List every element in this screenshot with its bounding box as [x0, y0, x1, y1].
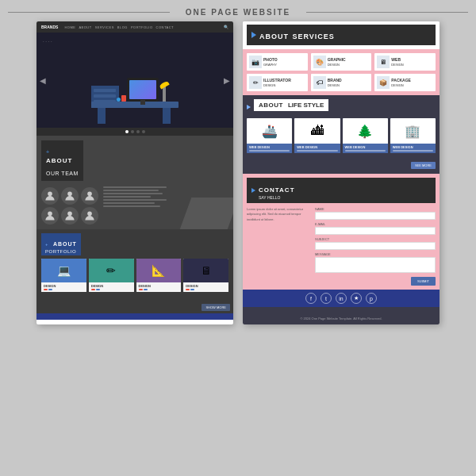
right-footer-text-bar: © 2024 One Page Website Template. All Ri… [243, 307, 440, 324]
page-title-bar: ONE PAGE WEBSITE [0, 0, 476, 21]
subject-input[interactable] [315, 242, 436, 250]
email-input[interactable] [315, 227, 436, 235]
portfolio-title-1: ABOUT [53, 241, 77, 247]
nav-blog[interactable]: BLOG [117, 25, 128, 29]
graphic-design-text: GRAPHICDESIGN [328, 57, 346, 67]
nav-contact[interactable]: CONTACT [156, 25, 175, 29]
card-bottom-3: DESIGN [136, 282, 182, 292]
nav-about[interactable]: ABOUT [79, 25, 91, 29]
card-dots-4 [186, 289, 226, 290]
subject-label: SUBJECT [315, 237, 436, 241]
services-grid: 📷 PHOTOGRAPHY 🎨 GRAPHICDESIGN 🖥 WEBDESIG… [243, 49, 440, 95]
wd-label-3: WEB DESIGN [345, 145, 386, 149]
nav-logo: BRANDS [41, 25, 58, 29]
team-member-6 [81, 207, 98, 225]
brand-icon: 🏷 [313, 76, 326, 89]
wd-card-top-3: 🌲 [343, 118, 388, 144]
wd-card-top-4: 🏢 [390, 118, 436, 144]
lifestyle-header: ABOUT LIFE STYLE [247, 99, 436, 115]
services-title-block: ABOUT SERVICES [259, 28, 335, 42]
wd-card-bottom-3: WEB DESIGN [343, 144, 388, 153]
wd-card-1: 🚢 WEB DESIGN [247, 118, 292, 153]
footer-facebook-icon[interactable]: f [305, 293, 317, 304]
show-more-button[interactable]: SHOW MORE [202, 304, 230, 311]
desk-item-2 [117, 98, 121, 102]
card-dot-3a [139, 289, 143, 290]
team-member-2 [61, 187, 79, 205]
wd-sub-4 [393, 150, 433, 152]
wd-sub-1 [249, 150, 290, 152]
nav-home[interactable]: HOME [64, 25, 75, 29]
message-label: MESSAGE [315, 252, 436, 256]
wd-card-bottom-2: WEB DESIGN [294, 144, 340, 153]
footer-pinterest-icon[interactable]: p [366, 293, 377, 304]
portfolio-card-3: 📐 DESIGN [136, 259, 182, 292]
portfolio-section: + ABOUT PORTFOLIO 💻 DESIGN ✏ [36, 229, 233, 296]
footer-linkedin-icon[interactable]: in [336, 293, 347, 304]
play-icon [251, 32, 256, 38]
desk-item-1 [121, 95, 126, 102]
wd-card-top-2: 🏙 [294, 118, 340, 144]
more-btn-right: SEE MORE [247, 155, 436, 170]
hero-next-arrow[interactable]: ▶ [224, 76, 230, 85]
wd-card-top-1: 🚢 [247, 118, 292, 144]
lifestyle-play-icon [247, 105, 251, 109]
nav-portfolio[interactable]: PORTFOLIO [131, 25, 153, 29]
graphic-design-icon: 🎨 [313, 56, 326, 68]
submit-button[interactable]: SUBMIT [411, 277, 436, 286]
message-textarea[interactable] [315, 257, 436, 273]
left-nav: BRANDS HOME ABOUT SERVICES BLOG PORTFOLI… [36, 21, 233, 33]
card-dot-2b [96, 289, 100, 290]
services-title-2: SERVICES [292, 33, 334, 40]
card-dot-2a [91, 289, 95, 290]
card-bottom-4: DESIGN [183, 282, 228, 292]
contact-title-block: CONTACT SAY HELLO [259, 181, 295, 200]
team-grid-bottom [41, 207, 98, 225]
card-image-1: 💻 [41, 259, 86, 282]
search-icon[interactable]: 🔍 [224, 25, 228, 29]
monitor [127, 78, 159, 102]
contact-title-1: CONTACT [259, 186, 295, 194]
services-title-1: ABOUT [259, 33, 289, 40]
card-bottom-2: DESIGN [89, 282, 134, 292]
dot-2[interactable] [131, 130, 134, 133]
team-members-grid [41, 184, 98, 225]
desk-leg-right [163, 108, 171, 124]
contact-play-icon [251, 188, 255, 193]
desk-surface [91, 102, 178, 108]
see-more-button[interactable]: SEE MORE [411, 162, 436, 169]
service-photography: 📷 PHOTOGRAPHY [247, 53, 308, 71]
svg-point-3 [48, 211, 52, 216]
team-grid-top [41, 187, 98, 205]
photography-text: PHOTOGRAPHY [263, 57, 278, 67]
card-dots-1 [44, 289, 84, 290]
card-label-1: DESIGN [44, 284, 84, 288]
hero-prev-arrow[interactable]: ◀ [40, 76, 46, 85]
footer-twitter-icon[interactable]: t [321, 293, 332, 304]
right-footer: f t in ★ p [243, 290, 440, 307]
email-label: E-MAIL [315, 222, 436, 226]
name-input[interactable] [315, 212, 436, 220]
lifestyle-box: ABOUT LIFE STYLE [254, 99, 328, 111]
portfolio-card-2: ✏ DESIGN [89, 259, 134, 292]
nav-services[interactable]: SERVICES [95, 25, 114, 29]
service-illustrator: ✏ ILLUSTRATORDESIGN [247, 74, 308, 91]
show-more-bar: SHOW MORE [36, 296, 233, 313]
desk-leg-left [98, 108, 106, 124]
wd-label-4: WEB DESIGN [393, 145, 433, 149]
web-design-cards: 🚢 WEB DESIGN 🏙 WEB DESIGN 🌲 [247, 118, 436, 153]
dot-4[interactable] [142, 130, 145, 133]
card-dot-1a [44, 289, 48, 290]
card-image-4: 🖥 [183, 259, 228, 282]
footer-star-icon[interactable]: ★ [351, 293, 362, 304]
about-lifestyle-section: ABOUT LIFE STYLE 🚢 WEB DESIGN 🏙 WEB DESI… [243, 95, 440, 174]
contact-form: NAME E-MAIL SUBJECT MESSAGE [315, 207, 436, 286]
about-team-section: + ABOUT OUR TEAM [36, 136, 233, 229]
plus-icon: + [46, 149, 49, 155]
card-dot-4b [190, 289, 194, 290]
wd-card-4: 🏢 WEB DESIGN [390, 118, 436, 153]
monitor-screen [129, 80, 156, 99]
wd-label-2: WEB DESIGN [297, 145, 337, 149]
dot-3[interactable] [136, 130, 140, 133]
dot-1[interactable] [125, 130, 129, 133]
